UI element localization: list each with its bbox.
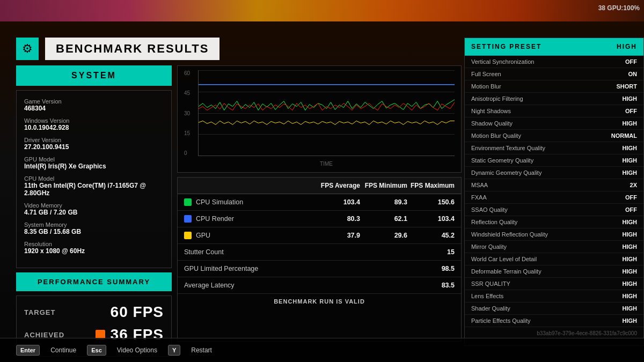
setting-value: HIGH: [623, 169, 638, 176]
fps-chart: 60 45 30 15 0: [177, 65, 462, 173]
setting-row: Particle Effects Quality HIGH: [465, 315, 643, 327]
settings-header-value: HIGH: [617, 43, 637, 50]
title-bar: ⚙ BENCHMARK RESULTS: [16, 38, 462, 60]
setting-name: Windshield Reflection Quality: [471, 231, 623, 238]
enter-key: Enter: [16, 345, 40, 356]
cpu-render-avg: 80.3: [313, 215, 360, 223]
setting-row: Night Shadows OFF: [465, 105, 643, 117]
chart-x-label: TIME: [198, 161, 455, 167]
setting-value: HIGH: [623, 231, 638, 238]
info-game-version: Game Version 468304: [24, 98, 164, 112]
content-area: SYSTEM Game Version 468304 Windows Versi…: [16, 65, 462, 342]
stutter-label: Stutter Count: [184, 248, 313, 256]
setting-value: HIGH: [623, 256, 638, 262]
setting-name: Anisotropic Filtering: [471, 95, 623, 102]
setting-value: OFF: [625, 206, 637, 213]
setting-row: Shadow Quality HIGH: [465, 117, 643, 130]
setting-row: FXAA OFF: [465, 191, 643, 204]
gpu-min: 29.6: [360, 232, 407, 239]
table-row-cpu-render: CPU Render 80.3 62.1 103.4: [178, 211, 461, 227]
setting-row: Shader Quality HIGH: [465, 302, 643, 315]
setting-row: Vertical Synchronization OFF: [465, 56, 643, 68]
gpu-limited-value: 98.5: [407, 265, 455, 272]
setting-value: HIGH: [623, 268, 638, 275]
chart-area: [198, 70, 455, 156]
y-key: Y: [168, 345, 180, 356]
right-panel: 60 45 30 15 0: [177, 65, 462, 342]
th-max: FPS Maximum: [407, 182, 455, 189]
setting-row: Lens Effects HIGH: [465, 290, 643, 302]
setting-value: HIGH: [623, 120, 638, 127]
setting-value: OFF: [625, 58, 637, 65]
system-info: Game Version 468304 Windows Version 10.0…: [16, 90, 172, 268]
avg-latency-label: Average Latency: [184, 282, 313, 289]
setting-name: Motion Blur: [471, 83, 617, 90]
esc-key: Esc: [87, 345, 106, 356]
info-cpu-model: CPU Model 11th Gen Intel(R) Core(TM) i7-…: [24, 175, 164, 197]
th-min: FPS Minimum: [360, 182, 407, 189]
setting-value: HIGH: [623, 157, 638, 164]
setting-name: SSAO Quality: [471, 206, 625, 213]
setting-name: Full Screen: [471, 71, 628, 77]
info-driver-version: Driver Version 27.20.100.9415: [24, 137, 164, 151]
setting-row: Motion Blur Quality NORMAL: [465, 130, 643, 142]
setting-name: Night Shadows: [471, 108, 625, 114]
cpu-sim-avg: 103.4: [313, 198, 360, 206]
setting-name: Particle Effects Quality: [471, 317, 623, 324]
setting-name: Reflection Quality: [471, 219, 623, 225]
info-resolution: Resolution 1920 x 1080 @ 60Hz: [24, 241, 164, 255]
row-label-cpu-sim: CPU Simulation: [184, 198, 313, 206]
cpu-sim-max: 150.6: [407, 198, 455, 206]
setting-row: Full Screen ON: [465, 68, 643, 80]
setting-name: Motion Blur Quality: [471, 132, 611, 139]
setting-name: Shader Quality: [471, 305, 623, 312]
cpu-render-min: 62.1: [360, 215, 407, 223]
continue-label[interactable]: Continue: [50, 346, 76, 354]
setting-name: Mirror Quality: [471, 243, 623, 250]
setting-row: SSR QUALITY HIGH: [465, 278, 643, 290]
setting-row: Deformable Terrain Quality HIGH: [465, 265, 643, 278]
setting-value: HIGH: [623, 145, 638, 151]
table-row-cpu-sim: CPU Simulation 103.4 89.3 150.6: [178, 194, 461, 211]
setting-row: Environment Texture Quality HIGH: [465, 142, 643, 154]
gear-icon: ⚙: [16, 38, 39, 60]
settings-panel: SETTING PRESET HIGH Vertical Synchroniza…: [464, 38, 644, 346]
setting-value: HIGH: [623, 305, 638, 312]
setting-name: Environment Texture Quality: [471, 145, 623, 151]
stutter-count-row: Stutter Count 15: [178, 244, 461, 261]
gpu-limited-label: GPU Limited Percentage: [184, 265, 313, 272]
avg-latency-value: 83.5: [407, 282, 455, 289]
setting-value: HIGH: [623, 280, 638, 287]
target-label: TARGET: [24, 308, 55, 316]
target-value: 60 FPS: [111, 304, 164, 321]
dot-gpu: [184, 232, 192, 239]
stutter-value: 15: [407, 248, 455, 256]
setting-row: Reflection Quality HIGH: [465, 216, 643, 228]
settings-header-label: SETTING PRESET: [471, 43, 617, 50]
setting-name: Shadow Quality: [471, 120, 623, 127]
setting-value: ON: [628, 71, 638, 77]
table-header: FPS Average FPS Minimum FPS Maximum: [178, 178, 461, 194]
setting-name: SSR QUALITY: [471, 280, 623, 287]
setting-row: Mirror Quality HIGH: [465, 241, 643, 253]
cpu-sim-min: 89.3: [360, 198, 407, 206]
setting-value: NORMAL: [611, 132, 637, 139]
table-row-gpu: GPU 37.9 29.6 45.2: [178, 227, 461, 244]
setting-name: Dynamic Geometry Quality: [471, 169, 623, 176]
setting-value: SHORT: [617, 83, 638, 90]
info-windows-version: Windows Version 10.0.19042.928: [24, 117, 164, 131]
gpu-avg: 37.9: [313, 232, 360, 239]
video-options-label[interactable]: Video Options: [117, 346, 157, 354]
setting-row: Motion Blur SHORT: [465, 80, 643, 93]
restart-label[interactable]: Restart: [191, 346, 212, 354]
row-label-cpu-render: CPU Render: [184, 215, 313, 223]
setting-name: Lens Effects: [471, 293, 623, 299]
setting-name: Static Geometry Quality: [471, 157, 623, 164]
target-row: TARGET 60 FPS: [24, 304, 164, 321]
setting-value: HIGH: [623, 95, 638, 102]
chart-inner: 60 45 30 15 0: [184, 70, 455, 167]
setting-name: FXAA: [471, 194, 625, 201]
setting-name: MSAA: [471, 182, 630, 188]
gpu-limited-row: GPU Limited Percentage 98.5: [178, 261, 461, 277]
avg-latency-row: Average Latency 83.5: [178, 277, 461, 294]
